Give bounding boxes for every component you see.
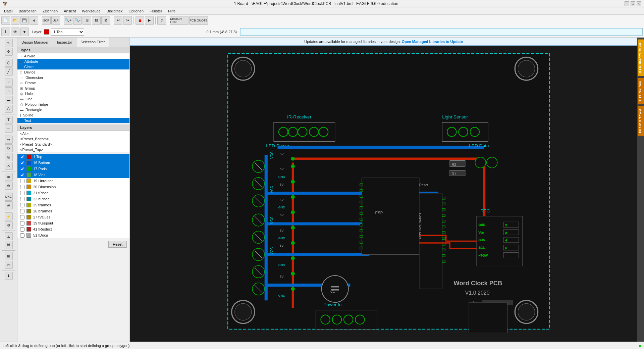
zoom-fit-button[interactable]: ⊞ (83, 16, 91, 25)
arc-tool[interactable]: ◜ (5, 79, 13, 87)
zoom-out-button[interactable]: 🔍- (73, 16, 82, 25)
menu-fenster[interactable]: Fenster (147, 8, 165, 14)
move-tool[interactable]: ✛ (5, 48, 13, 56)
change-tool[interactable]: ⚙ (5, 221, 13, 229)
circle-tool[interactable]: ○ (5, 87, 13, 95)
select-tool[interactable]: ↖ (5, 39, 13, 47)
canvas-area[interactable]: Updates are available for managed librar… (130, 38, 637, 342)
eye-button[interactable]: 👁 (11, 28, 19, 36)
line-tool[interactable]: ╱ (5, 67, 13, 76)
layer-18-vias[interactable]: 18 Vias (17, 172, 129, 178)
zoom-select-button[interactable]: ⊟ (92, 16, 101, 25)
stop-button[interactable]: ⏹ (136, 16, 144, 25)
notification-link[interactable]: Open Managed Libraries to Update (402, 40, 463, 44)
layer-25-tnames[interactable]: 25 tNames (17, 202, 129, 208)
pcb-canvas[interactable]: IR-Receiver Light Sensor LED Power (147, 48, 631, 335)
info-button[interactable]: ℹ (1, 28, 10, 36)
smash-tool[interactable]: ⚡ (5, 212, 13, 220)
group-tool[interactable]: ⊞ (5, 252, 13, 260)
type-hole[interactable]: ◎Hole (17, 91, 129, 96)
save-button[interactable]: 💾 (20, 16, 29, 25)
type-attribute[interactable]: AAttribute (17, 59, 129, 64)
menu-hilfe[interactable]: Hilfe (165, 8, 178, 14)
layer-41-checkbox[interactable] (20, 227, 24, 232)
rect-tool[interactable]: ▬ (5, 96, 13, 104)
rotate-tool[interactable]: ↻ (5, 144, 13, 152)
preset-bottom[interactable]: <Preset_Bottom> (17, 136, 129, 142)
type-line[interactable]: —Line (17, 96, 129, 102)
layer-1-top[interactable]: 1 Top (17, 154, 129, 160)
layer-41-trestrict[interactable]: 41 tRestrict (17, 226, 129, 232)
layer-26-checkbox[interactable] (20, 209, 24, 213)
new-button[interactable]: 📄 (1, 16, 10, 25)
layer-18-checkbox[interactable] (20, 173, 24, 177)
type-airwire[interactable]: ~Airwire (17, 53, 129, 59)
zoom-in-button[interactable]: 🔍+ (64, 16, 72, 25)
design-link-button[interactable]: DESIGN LINK (170, 16, 189, 25)
open-button[interactable]: 📂 (11, 16, 19, 25)
tab-design-manager[interactable]: Design Manager (17, 38, 53, 47)
menu-optionen[interactable]: Optionen (126, 8, 146, 14)
filter-button[interactable]: ▼ (20, 28, 29, 36)
split-tool[interactable]: ⌘ (5, 241, 13, 249)
menu-bearbeiten[interactable]: Bearbeiten (16, 8, 39, 14)
layer-27-checkbox[interactable] (20, 215, 24, 219)
layer-1-checkbox[interactable] (20, 155, 24, 159)
delete-tool[interactable]: ✕ (5, 162, 13, 170)
undo-button[interactable]: ↩ (114, 16, 122, 25)
layer-27-tvalues[interactable]: 27 tValues (17, 214, 129, 220)
layer-22-bplace[interactable]: 22 bPlace (17, 196, 129, 202)
rats-tool[interactable]: ≋ (5, 201, 13, 209)
menu-zeichnen[interactable]: Zeichnen (40, 8, 60, 14)
layer-21-tplace[interactable]: 21 tPlace (17, 190, 129, 196)
print-button[interactable]: 🖨 (30, 16, 38, 25)
type-device[interactable]: □Device (17, 69, 129, 75)
zoom-area-button[interactable]: ⊠ (101, 16, 110, 25)
run-button[interactable]: ▶ (145, 16, 154, 25)
layer-22-checkbox[interactable] (20, 197, 24, 201)
type-spline[interactable]: ∫Spline (17, 112, 129, 118)
menu-bibliothek[interactable]: Bibliothek (104, 8, 125, 14)
polygon-tool[interactable]: ⬠ (5, 105, 13, 113)
layer-39-checkbox[interactable] (20, 221, 24, 226)
type-frame[interactable]: ▭Frame (17, 80, 129, 86)
layer-16-bottom[interactable]: 16 Bottom (17, 160, 129, 166)
layer-51-tdocu[interactable]: 51 tDocu (17, 232, 129, 238)
close-button[interactable]: ✕ (637, 1, 641, 6)
layer-17-pads[interactable]: 17 Pads (17, 166, 129, 172)
manufacturing-badge[interactable]: MANUFACTURING (638, 40, 644, 76)
copy-tool[interactable]: ⎘ (5, 153, 13, 161)
menu-datei[interactable]: Datei (1, 8, 15, 14)
type-polygon-edge[interactable]: ⬡Polygon Edge (17, 102, 129, 107)
layer-16-checkbox[interactable] (20, 161, 24, 165)
reset-button[interactable]: Reset (108, 241, 127, 248)
type-dimension[interactable]: ↔Dimension (17, 75, 129, 80)
drc-tool[interactable]: DRC (5, 193, 13, 201)
tab-selection-filter[interactable]: Selection Filter (76, 38, 109, 47)
via-tool[interactable]: ⊗ (5, 182, 13, 190)
layer-19-checkbox[interactable] (20, 179, 24, 183)
layer-20-dimension[interactable]: 20 Dimension (17, 184, 129, 190)
redo-button[interactable]: ↪ (123, 16, 132, 25)
layer-26-bnames[interactable]: 26 bNames (17, 208, 129, 214)
text-tool[interactable]: T (5, 116, 13, 124)
type-group[interactable]: ⊞Group (17, 86, 129, 91)
layer-25-checkbox[interactable] (20, 203, 24, 207)
maximize-button[interactable]: □ (631, 1, 635, 6)
minimize-panel[interactable]: ⬇ (5, 272, 13, 280)
dim-tool[interactable]: ↔ (5, 124, 13, 133)
layer-dropdown[interactable]: 1 Top 16 Bottom (51, 28, 84, 36)
type-circle[interactable]: ○Circle (17, 64, 129, 69)
layer-17-checkbox[interactable] (20, 167, 24, 171)
cut-tool[interactable]: ✂ (5, 261, 13, 269)
miter-tool[interactable]: ∠ (5, 232, 13, 240)
fusion-team-badge[interactable]: FUSION TEAM (638, 106, 644, 136)
ulp-button[interactable]: ULP (51, 16, 60, 25)
preset-top[interactable]: <Preset_Top> (17, 147, 129, 152)
pcb-board[interactable]: IR-Receiver Light Sensor LED Power (147, 48, 631, 335)
pcb-quote-button[interactable]: PCB QUOTE (189, 16, 208, 25)
layer-21-checkbox[interactable] (20, 191, 24, 195)
layer-51-checkbox[interactable] (20, 233, 24, 238)
route-tool[interactable]: ⬡ (5, 59, 13, 67)
menu-werkzeuge[interactable]: Werkzeuge (79, 8, 103, 14)
